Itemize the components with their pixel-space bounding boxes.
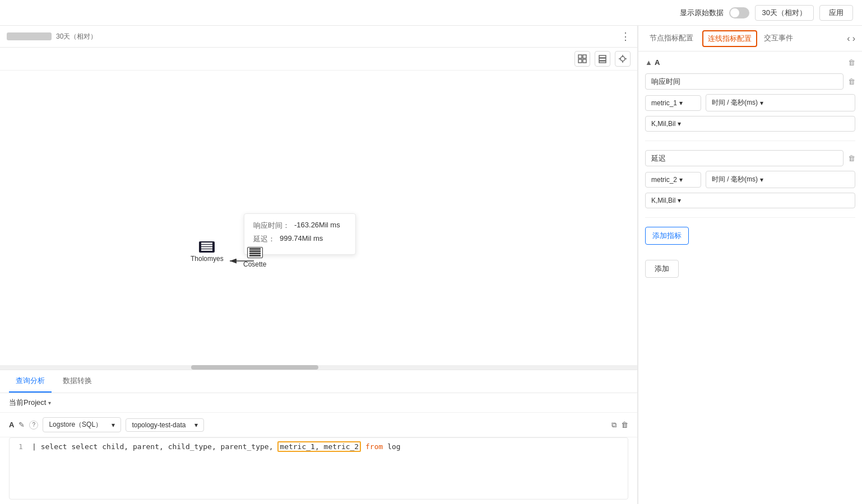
section-delete-icon[interactable]: 🗑 [848,58,855,67]
svg-rect-2 [578,59,582,63]
section-header-a: ▲ A 🗑 [645,58,855,67]
settings-view-button[interactable] [615,51,631,67]
grid-icon [578,54,587,63]
tab-interaction-events[interactable]: 交互事件 [759,26,798,51]
node-cosette-icon [247,247,263,258]
right-tabs: 节点指标配置 连线指标配置 交互事件 ‹ › [638,26,862,52]
logstore-chevron-icon: ▾ [112,421,115,429]
metric-2-field-select[interactable]: metric_2 ▾ [645,172,701,188]
tab-data-transform[interactable]: 数据转换 [56,370,99,393]
code-highlighted-metrics: metric_1, metric_2 [277,441,361,452]
code-from-keyword: from [365,442,383,451]
layers-view-button[interactable] [595,51,610,67]
node-tholomyes-label: Tholomyes [191,255,224,263]
help-icon[interactable]: ? [29,421,38,430]
svg-rect-4 [599,55,606,58]
graph-subtitle: 30天（相对） [56,32,97,41]
code-content: | select select child, parent, child_typ… [32,442,401,451]
show-raw-label: 显示原始数据 [680,8,724,18]
crosshair-icon [618,54,627,63]
tooltip-delay-label: 延迟： [253,234,275,244]
nav-right-icon[interactable]: › [852,34,855,44]
metric-2-field-label: metric_2 [651,176,677,184]
svg-rect-3 [583,59,586,63]
metric-1-format-label: K,Mil,Bil [651,120,675,128]
time-range-button[interactable]: 30天（相对） [755,5,814,21]
graph-toolbar [0,48,637,71]
metric-1-unit-chevron: ▾ [760,99,763,107]
query-toolbar: 当前Project ▾ [0,393,637,413]
svg-rect-17 [201,249,212,251]
scrollbar-thumb[interactable] [191,365,318,370]
nav-left-icon[interactable]: ‹ [847,34,850,44]
code-editor[interactable]: 1 | select select child, parent, child_t… [9,437,628,500]
metric-1-field-chevron: ▾ [679,99,683,107]
left-panel: 30天（相对） ⋮ [0,26,638,504]
nav-arrows: ‹ › [847,34,855,44]
metric-2-format-chevron: ▾ [678,197,681,204]
project-chevron-icon: ▾ [48,400,51,406]
metric-1-format-chevron: ▾ [678,120,681,128]
logstore-select[interactable]: Logstore（SQL） ▾ [43,417,121,432]
tab-query-analysis[interactable]: 查询分析 [9,370,52,393]
add-metric-button[interactable]: 添加指标 [645,227,689,245]
tab-link-metrics[interactable]: 连线指标配置 [702,30,757,47]
data-select[interactable]: topology-test-data ▾ [126,418,204,432]
grid-view-button[interactable] [574,51,590,67]
logstore-label: Logstore（SQL） [49,420,102,430]
section-toggle-icon[interactable]: ▲ [645,58,652,67]
delete-row-icon[interactable]: 🗑 [621,421,628,429]
metric-2-field-row: metric_2 ▾ 时间 / 毫秒(ms) ▾ [645,171,855,188]
graph-canvas[interactable]: 响应时间： -163.26Mil ms 延迟： 999.74Mil ms [0,71,637,365]
show-raw-toggle[interactable] [729,7,749,18]
add-button[interactable]: 添加 [645,260,679,278]
svg-rect-6 [599,61,606,63]
tooltip-delay-value: 999.74Mil ms [280,234,323,244]
section-title-a: A [655,58,848,67]
project-selector[interactable]: 当前Project ▾ [9,398,51,408]
metric-block-2: 🗑 metric_2 ▾ 时间 / 毫秒(ms) ▾ K,Mil,Bil [645,150,855,218]
metric-1-label-input[interactable] [645,73,844,90]
metric-1-unit-select[interactable]: 时间 / 毫秒(ms) ▾ [706,94,855,111]
metric-2-format-row: K,Mil,Bil ▾ [645,193,855,208]
bottom-tabs: 查询分析 数据转换 [0,370,637,393]
copy-icon[interactable]: ⧉ [611,421,617,430]
line-number: 1 [18,442,27,451]
svg-rect-1 [583,55,586,58]
metric-1-field-select[interactable]: metric_1 ▾ [645,95,701,111]
metric-1-format-select[interactable]: K,Mil,Bil ▾ [645,116,855,132]
node-cosette[interactable]: Cosette [243,247,266,268]
project-label: 当前Project [9,398,46,408]
layers-icon [598,54,607,63]
metric-2-unit-chevron: ▾ [760,176,763,184]
apply-button[interactable]: 应用 [819,5,853,21]
edit-icon[interactable]: ✎ [18,421,25,429]
node-tholomyes-icon [199,241,215,253]
svg-rect-19 [249,250,261,252]
code-fields: select child, parent, child_type, parent… [71,442,273,451]
more-button[interactable]: ⋮ [620,30,631,43]
node-tholomyes[interactable]: Tholomyes [191,241,224,263]
data-chevron-icon: ▾ [194,421,198,429]
metric-2-unit-select[interactable]: 时间 / 毫秒(ms) ▾ [706,171,855,188]
metric-2-label-input[interactable] [645,150,844,166]
metric-2-unit-label: 时间 / 毫秒(ms) [712,175,758,184]
svg-rect-16 [201,247,212,249]
data-label: topology-test-data [132,421,186,429]
tab-node-metrics[interactable]: 节点指标配置 [645,26,698,51]
bottom-panel: 查询分析 数据转换 当前Project ▾ A ✎ ? Logstore（SQL… [0,370,637,504]
metric-label-row-1: 🗑 [645,73,855,90]
query-a-label: A [9,421,14,429]
main-layout: 30天（相对） ⋮ [0,26,862,504]
scrollbar-area[interactable] [0,365,637,370]
metric-2-delete-icon[interactable]: 🗑 [848,154,855,162]
metric-1-delete-icon[interactable]: 🗑 [848,77,855,86]
tooltip-response-value: -163.26Mil ms [294,221,340,231]
metric-2-format-select[interactable]: K,Mil,Bil ▾ [645,193,855,208]
svg-rect-5 [599,58,606,60]
svg-rect-15 [201,245,212,246]
right-panel: 节点指标配置 连线指标配置 交互事件 ‹ › ▲ A 🗑 🗑 [638,26,862,504]
top-bar: 显示原始数据 30天（相对） 应用 [0,0,862,26]
right-content: ▲ A 🗑 🗑 metric_1 ▾ 时间 / 毫秒(ms) [638,52,862,504]
graph-header: 30天（相对） ⋮ [0,26,637,48]
